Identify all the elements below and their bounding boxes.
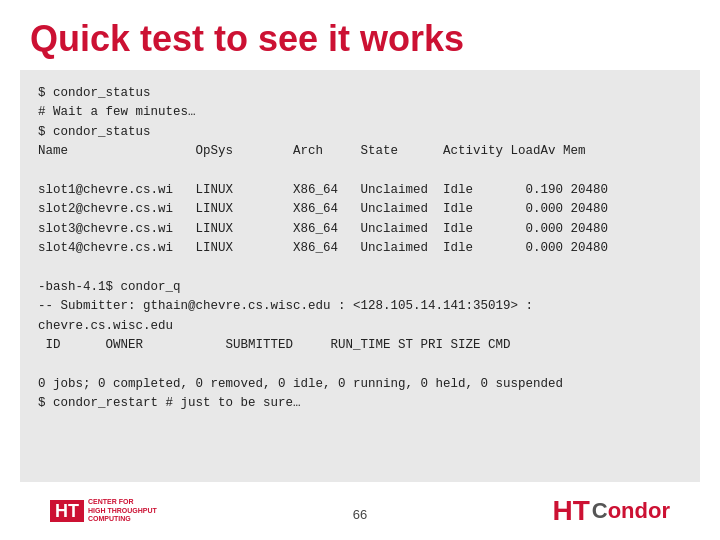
footer: HT CENTER FOR HIGH THROUGHPUT COMPUTING … xyxy=(20,482,700,540)
htcondor-logo: HT Condor xyxy=(552,495,670,527)
slide-title: Quick test to see it works xyxy=(30,18,690,60)
slide: Quick test to see it works $ condor_stat… xyxy=(0,0,720,540)
code-line-15 xyxy=(38,355,682,374)
ht-text: CENTER FOR HIGH THROUGHPUT COMPUTING xyxy=(88,498,157,523)
code-line-13: chevre.cs.wisc.edu xyxy=(38,317,682,336)
ht-line1: CENTER FOR xyxy=(88,498,157,506)
htcondor-text: Condor xyxy=(592,498,670,524)
ht-line3: COMPUTING xyxy=(88,515,157,523)
code-line-5 xyxy=(38,162,682,181)
ht-line2: HIGH THROUGHPUT xyxy=(88,507,157,515)
code-line-10 xyxy=(38,258,682,277)
code-line-8: slot3@chevre.cs.wi LINUX X86_64 Unclaime… xyxy=(38,220,682,239)
code-line-17: $ condor_restart # just to be sure… xyxy=(38,394,682,413)
code-line-4: Name OpSys Arch State Activity LoadAv Me… xyxy=(38,142,682,161)
code-line-11: -bash-4.1$ condor_q xyxy=(38,278,682,297)
code-line-7: slot2@chevre.cs.wi LINUX X86_64 Unclaime… xyxy=(38,200,682,219)
code-block: $ condor_status # Wait a few minutes… $ … xyxy=(20,70,700,482)
code-line-1: $ condor_status xyxy=(38,84,682,103)
code-line-12: -- Submitter: gthain@chevre.cs.wisc.edu … xyxy=(38,297,682,316)
code-line-3: $ condor_status xyxy=(38,123,682,142)
code-line-6: slot1@chevre.cs.wi LINUX X86_64 Unclaime… xyxy=(38,181,682,200)
ht-logo: HT CENTER FOR HIGH THROUGHPUT COMPUTING xyxy=(50,498,157,523)
page-number: 66 xyxy=(353,507,367,522)
ht-box: HT xyxy=(50,500,84,522)
code-line-16: 0 jobs; 0 completed, 0 removed, 0 idle, … xyxy=(38,375,682,394)
code-line-2: # Wait a few minutes… xyxy=(38,103,682,122)
code-line-14: ID OWNER SUBMITTED RUN_TIME ST PRI SIZE … xyxy=(38,336,682,355)
htcondor-ht: HT xyxy=(552,495,589,527)
title-bar: Quick test to see it works xyxy=(0,0,720,70)
code-line-9: slot4@chevre.cs.wi LINUX X86_64 Unclaime… xyxy=(38,239,682,258)
